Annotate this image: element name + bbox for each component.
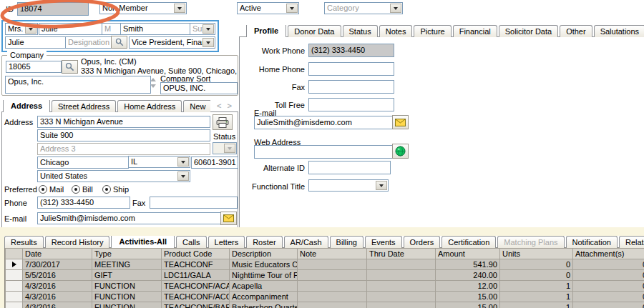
profile-email-field[interactable]: JulieSmith@imisdemo.com xyxy=(254,116,393,129)
work-phone-field[interactable]: (312) 333-4450 xyxy=(308,44,394,57)
tab-notification[interactable]: Notification xyxy=(566,236,618,248)
web-address-field[interactable] xyxy=(254,145,393,159)
cell-thru-date[interactable] xyxy=(367,259,436,270)
cell-type[interactable]: MEETING xyxy=(92,259,162,270)
cell-note[interactable] xyxy=(298,281,367,292)
first-name-field[interactable]: Julie xyxy=(39,23,103,35)
tab-solicitor-data[interactable]: Solicitor Data xyxy=(499,25,558,37)
col-product-code[interactable]: Product Code xyxy=(162,249,230,259)
col-date[interactable]: Date xyxy=(23,249,92,259)
table-row[interactable]: 4/3/2016 FUNCTION TEACHCONF/ACCMP Accomp… xyxy=(6,292,644,302)
cell-note[interactable] xyxy=(298,259,367,270)
tab-picture[interactable]: Picture xyxy=(414,25,451,37)
tab-financial[interactable]: Financial xyxy=(453,25,497,37)
chevron-down-icon[interactable] xyxy=(286,4,298,13)
cell-units[interactable]: 0 xyxy=(500,259,573,270)
tab-record-history[interactable]: Record History xyxy=(45,236,110,248)
tab-orders[interactable]: Orders xyxy=(404,236,441,248)
col-units[interactable]: Units xyxy=(500,249,573,259)
functional-title-dropdown[interactable] xyxy=(308,179,389,192)
cell-product-code[interactable]: TEACHCONF/ACCMP xyxy=(162,292,230,302)
cell-product-code[interactable]: TEACHCONF xyxy=(162,259,230,270)
alternate-id-field[interactable] xyxy=(308,161,391,174)
cell-description[interactable]: Barbershop Quartet xyxy=(230,302,298,308)
company-sort-field[interactable]: OPUS, INC. xyxy=(160,82,238,94)
company-id-field[interactable]: 18065 xyxy=(6,61,62,73)
cell-units[interactable]: 1 xyxy=(500,292,573,302)
cell-attachments[interactable]: 0 xyxy=(573,270,644,281)
cell-units[interactable]: 1 xyxy=(500,302,573,308)
cell-note[interactable] xyxy=(298,292,367,302)
tab-billing[interactable]: Billing xyxy=(330,236,364,248)
table-row[interactable]: 7/30/2017 MEETING TEACHCONF Music Educat… xyxy=(6,259,644,270)
send-email-button[interactable] xyxy=(220,212,237,225)
tab-donor-data[interactable]: Donor Data xyxy=(288,25,341,37)
col-amount[interactable]: Amount xyxy=(436,249,500,259)
cell-attachments[interactable]: 0 xyxy=(573,259,644,270)
address-status-dropdown[interactable] xyxy=(213,142,237,154)
cell-note[interactable] xyxy=(298,302,367,308)
preferred-bill-radio[interactable] xyxy=(72,185,80,194)
open-web-button[interactable] xyxy=(392,144,409,159)
company-name-box[interactable]: Opus, Inc. xyxy=(5,76,151,94)
chevron-down-icon[interactable] xyxy=(203,24,214,34)
cell-amount[interactable]: 240.00 xyxy=(436,270,500,281)
tab-address[interactable]: Address xyxy=(3,100,50,112)
cell-thru-date[interactable] xyxy=(367,302,436,308)
informal-name-field[interactable]: Julie xyxy=(5,36,67,49)
cell-product-code[interactable]: TEACHCONF/BARBER xyxy=(162,302,230,308)
cell-type[interactable]: FUNCTION xyxy=(92,302,162,308)
cell-note[interactable] xyxy=(298,270,367,281)
email-field[interactable]: JulieSmith@imisdemo.com xyxy=(37,212,222,224)
name-search-button[interactable] xyxy=(111,36,127,49)
profile-fax-field[interactable] xyxy=(308,80,394,94)
cell-description[interactable]: Acapella xyxy=(230,281,298,292)
table-row[interactable]: 4/3/2016 FUNCTION TEACHCONF/BARBER Barbe… xyxy=(6,302,644,308)
tab-relationships[interactable]: Relationships xyxy=(619,236,644,248)
tab-activities-all[interactable]: Activities-All xyxy=(111,236,175,248)
address-line1-field[interactable]: 333 N Michigan Avenue xyxy=(37,116,210,128)
cell-attachments[interactable]: 0 xyxy=(573,281,644,292)
tab-new-address[interactable]: New xyxy=(183,100,210,112)
cell-date[interactable]: 5/5/2016 xyxy=(23,270,92,281)
cell-date[interactable]: 4/3/2016 xyxy=(23,281,92,292)
col-thru-date[interactable]: Thru Date xyxy=(367,249,436,259)
cell-attachments[interactable]: 0 xyxy=(573,302,644,308)
tab-certification[interactable]: Certification xyxy=(441,236,496,248)
address-line3-field[interactable]: Address 3 xyxy=(37,143,210,155)
tab-notes[interactable]: Notes xyxy=(379,25,413,37)
cell-thru-date[interactable] xyxy=(367,281,436,292)
country-dropdown[interactable]: United States xyxy=(37,170,190,182)
tab-other[interactable]: Other xyxy=(560,25,592,37)
table-row[interactable]: 5/5/2016 GIFT LDC11/GALA Nighttime Tour … xyxy=(6,270,644,281)
row-selector-cell[interactable] xyxy=(6,281,23,292)
preferred-mail-radio[interactable] xyxy=(39,185,47,194)
cell-amount[interactable]: 15.00 xyxy=(436,302,500,308)
middle-name-field[interactable]: M xyxy=(102,23,122,35)
chevron-right-icon[interactable]: > xyxy=(228,101,232,110)
cell-description[interactable]: Nighttime Tour of Pa xyxy=(230,270,298,281)
category-dropdown[interactable]: Category xyxy=(324,2,403,14)
chevron-down-icon[interactable] xyxy=(203,38,214,47)
id-field[interactable]: 18074 xyxy=(17,2,89,16)
tab-ar-cash[interactable]: AR/Cash xyxy=(284,236,328,248)
cell-units[interactable]: 0 xyxy=(500,270,573,281)
cell-attachments[interactable]: 0 xyxy=(573,292,644,302)
city-field[interactable]: Chicago xyxy=(37,157,129,169)
zip-field[interactable]: 60601-3901 xyxy=(191,157,238,169)
record-status-dropdown[interactable]: Active xyxy=(237,2,299,14)
job-title-dropdown[interactable]: Vice President, Finance xyxy=(129,36,215,49)
fax-field[interactable] xyxy=(150,197,238,209)
profile-send-email-button[interactable] xyxy=(392,115,409,129)
cell-thru-date[interactable] xyxy=(367,292,436,302)
cell-date[interactable]: 4/3/2016 xyxy=(23,302,92,308)
tab-profile[interactable]: Profile xyxy=(246,25,286,37)
address-line2-field[interactable]: Suite 900 xyxy=(37,129,210,141)
cell-amount[interactable]: 12.00 xyxy=(436,281,500,292)
cell-description[interactable]: Music Educators Con xyxy=(230,259,298,270)
preferred-ship-radio[interactable] xyxy=(102,185,111,194)
chevron-down-icon[interactable] xyxy=(174,4,185,13)
cell-amount[interactable]: 541.90 xyxy=(436,259,500,270)
col-type[interactable]: Type xyxy=(92,249,162,259)
tab-status[interactable]: Status xyxy=(343,25,378,37)
